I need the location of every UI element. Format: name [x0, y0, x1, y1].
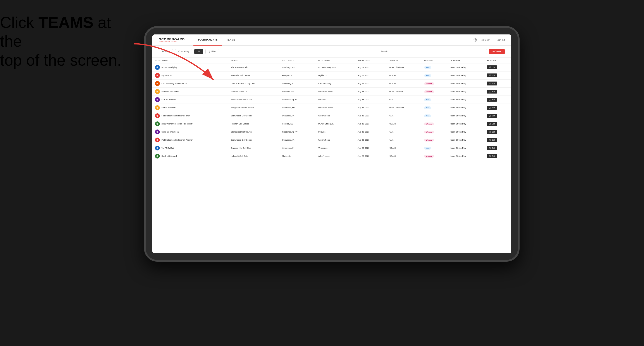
- edit-button[interactable]: Edit: [487, 146, 497, 150]
- cell-scoring: team, Stroke Play: [448, 88, 484, 96]
- cell-city: Deerwood, MN: [280, 104, 316, 112]
- edit-button[interactable]: Edit: [487, 73, 497, 77]
- cell-date: Aug 28, 2023: [355, 144, 386, 152]
- cell-event-name: Fall Statesmen Invitational - Men: [152, 112, 228, 120]
- table-row: upike fall invitational StoneCrest Golf …: [152, 128, 511, 136]
- edit-button[interactable]: Edit: [487, 154, 497, 158]
- cell-venue: Hesston Golf Course: [228, 120, 280, 128]
- cell-scoring: team, Stroke Play: [448, 71, 484, 80]
- cell-actions: Edit: [484, 136, 511, 144]
- gender-badge: Women: [424, 82, 434, 85]
- svg-point-10: [156, 123, 158, 125]
- cell-hosted: Pikeville: [316, 128, 355, 136]
- cell-event-name: Fall Statesmen Invitational - Women: [152, 136, 228, 144]
- cell-event-name: Morris Invitational: [152, 104, 228, 112]
- cell-actions: Edit: [484, 128, 511, 136]
- separator: |: [493, 39, 494, 41]
- edit-icon: [489, 75, 491, 76]
- cell-date: Aug 24, 2023: [355, 63, 386, 71]
- gear-icon[interactable]: [474, 38, 477, 42]
- event-name-text: Fall Statesmen Invitational - Women: [162, 139, 193, 141]
- team-logo: [155, 130, 160, 134]
- team-logo: [155, 138, 160, 142]
- cell-hosted: William Penn: [316, 136, 355, 144]
- event-name-text: UPKE Fall Invite: [162, 99, 176, 101]
- cell-actions: Edit: [484, 63, 511, 71]
- cell-city: Prestonsburg, KY: [280, 128, 316, 136]
- svg-point-11: [156, 131, 158, 133]
- col-scoring: SCORING: [448, 58, 484, 63]
- cell-scoring: team, Stroke Play: [448, 136, 484, 144]
- edit-button[interactable]: Edit: [487, 106, 497, 110]
- cell-hosted: Murray State (OK): [316, 120, 355, 128]
- svg-point-1: [475, 39, 476, 40]
- cell-venue: Edmundson Golf Course: [228, 112, 280, 120]
- team-logo: [155, 121, 160, 126]
- cell-gender: Men: [422, 71, 448, 80]
- edit-icon: [489, 139, 491, 141]
- cell-date: Aug 28, 2023: [355, 88, 386, 96]
- table-row: UPKE Fall Invite StoneCrest Golf Course …: [152, 96, 511, 104]
- edit-button[interactable]: Edit: [487, 65, 497, 69]
- edit-button[interactable]: Edit: [487, 114, 497, 118]
- cell-venue: Lake Bracken Country Club: [228, 80, 280, 88]
- cell-city: Marion, IL: [280, 152, 316, 160]
- cell-city: Freeport, IL: [280, 71, 316, 80]
- gender-badge: Men: [424, 66, 431, 69]
- cell-city: Newburgh, NY: [280, 63, 316, 71]
- event-name-text: Klash at Kokopelli: [162, 155, 177, 157]
- edit-button[interactable]: Edit: [487, 90, 497, 94]
- edit-button[interactable]: Edit: [487, 98, 497, 102]
- cell-actions: Edit: [484, 120, 511, 128]
- event-name-text: 2023 Women's Hesston Fall Kickoff: [162, 123, 192, 125]
- gender-badge: Women: [424, 90, 434, 93]
- cell-venue: StoneCrest Golf Course: [228, 96, 280, 104]
- col-city: CITY, STATE: [280, 58, 316, 63]
- cell-date: Aug 28, 2023: [355, 96, 386, 104]
- cell-city: Faribault, MN: [280, 88, 316, 96]
- team-logo: [155, 113, 160, 118]
- gender-badge: Women: [424, 123, 434, 125]
- cell-gender: Men: [422, 96, 448, 104]
- team-logo: [155, 154, 160, 159]
- cell-gender: Women: [422, 88, 448, 96]
- edit-button[interactable]: Edit: [487, 122, 497, 126]
- logo-text: SCOREBOARD: [159, 37, 185, 41]
- sign-out-link[interactable]: Sign out: [497, 39, 505, 41]
- search-input[interactable]: [378, 49, 487, 54]
- cell-event-name: VU PREVIEW: [152, 144, 228, 152]
- cell-actions: Edit: [484, 96, 511, 104]
- edit-icon: [489, 91, 491, 92]
- cell-date: Aug 28, 2023: [355, 128, 386, 136]
- svg-point-6: [156, 91, 158, 92]
- edit-button[interactable]: Edit: [487, 130, 497, 134]
- cell-gender: Women: [422, 120, 448, 128]
- col-gender: GENDER: [422, 58, 448, 63]
- gender-badge: Women: [424, 139, 434, 142]
- table-row: 2023 Women's Hesston Fall Kickoff Hessto…: [152, 120, 511, 128]
- gender-badge: Men: [424, 98, 431, 101]
- cell-gender: Women: [422, 128, 448, 136]
- table-row: Fall Statesmen Invitational - Men Edmund…: [152, 112, 511, 120]
- cell-venue: Ruttger's Bay Lake Resort: [228, 104, 280, 112]
- cell-gender: Women: [422, 152, 448, 160]
- cell-venue: The Powelton Club: [228, 63, 280, 71]
- user-name: Test User: [480, 39, 490, 41]
- cell-hosted: John A Logan: [316, 152, 355, 160]
- cell-scoring: team, Stroke Play: [448, 104, 484, 112]
- gender-badge: Women: [424, 155, 434, 158]
- edit-icon: [489, 66, 491, 68]
- cell-hosted: Minnesota-Morris: [316, 104, 355, 112]
- create-button[interactable]: + Create: [489, 49, 505, 54]
- cell-gender: Women: [422, 136, 448, 144]
- edit-icon: [489, 99, 491, 101]
- cell-city: Oskaloosa, IA: [280, 112, 316, 120]
- edit-button[interactable]: Edit: [487, 82, 497, 85]
- table-row: VU PREVIEW Cypress Hills Golf Club Vince…: [152, 144, 511, 152]
- cell-gender: Women: [422, 80, 448, 88]
- edit-button[interactable]: Edit: [487, 138, 497, 142]
- cell-venue: Edmundson Golf Course: [228, 136, 280, 144]
- cell-hosted: Minnesota State: [316, 88, 355, 96]
- cell-division: NAIA: [386, 96, 422, 104]
- cell-division: NICAA I: [386, 71, 422, 80]
